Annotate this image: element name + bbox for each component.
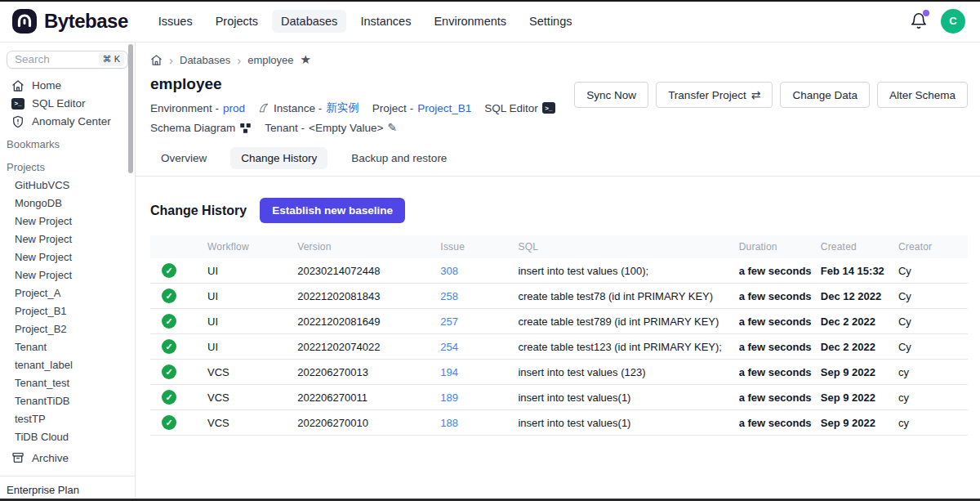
sidebar-project-item[interactable]: TiDB Cloud: [0, 428, 135, 446]
sidebar-project-item[interactable]: Project_B1: [0, 302, 135, 320]
schema-diagram-link[interactable]: Schema Diagram: [150, 122, 252, 134]
sidebar-project-item[interactable]: MongoDB: [0, 195, 135, 212]
issue-link[interactable]: 254: [440, 341, 458, 353]
sidebar-project-item[interactable]: New Project: [0, 266, 135, 284]
schema-diagram-icon: [239, 122, 252, 134]
sidebar-project-item[interactable]: Project_A: [0, 284, 135, 302]
change-history-section-header: Change History Establish new baseline: [136, 177, 980, 223]
table-row[interactable]: ✓ VCS 202206270010 188 insert into test …: [150, 410, 968, 436]
user-avatar[interactable]: C: [941, 9, 965, 34]
issue-link[interactable]: 189: [440, 391, 458, 404]
cell-version: 20221202081843: [297, 284, 440, 309]
sidebar-project-item[interactable]: tenant_label: [0, 356, 135, 374]
instance-link[interactable]: 新实例: [326, 101, 359, 115]
breadcrumb-separator: ›: [169, 54, 173, 66]
cell-duration: a few seconds: [739, 334, 821, 360]
tab[interactable]: Overview: [150, 147, 217, 169]
project-link[interactable]: Project_B1: [417, 102, 471, 114]
issue-link[interactable]: 308: [440, 265, 458, 277]
navbar-right: C: [910, 9, 965, 34]
nav-link[interactable]: Instances: [351, 10, 420, 33]
cell-created: Sep 9 2022: [821, 385, 898, 410]
col-issue: Issue: [440, 235, 518, 258]
meta-tenant: Tenant - <Empty Value> ✎: [265, 121, 397, 134]
action-button[interactable]: Transfer Project ⇄: [656, 82, 773, 108]
tab[interactable]: Backup and restore: [341, 147, 457, 169]
sidebar-scrollbar[interactable]: [128, 44, 133, 173]
sql-editor-link[interactable]: SQL Editor >_: [484, 102, 555, 114]
sidebar-project-item[interactable]: Project_B2: [0, 320, 135, 338]
nav-link[interactable]: Settings: [520, 10, 581, 33]
breadcrumb-databases[interactable]: Databases: [180, 54, 230, 66]
table-row[interactable]: ✓ UI 20221202081843 258 create table tes…: [150, 284, 968, 309]
table-row[interactable]: ✓ VCS 202206270011 189 insert into test …: [150, 385, 968, 410]
breadcrumb-home-icon[interactable]: [150, 54, 163, 66]
table-row[interactable]: ✓ UI 20221202081649 257 create table tes…: [150, 309, 968, 334]
page-title: employee: [150, 75, 574, 93]
sidebar-project-item[interactable]: New Project: [0, 230, 135, 248]
edit-pencil-icon[interactable]: ✎: [387, 121, 397, 134]
issue-link[interactable]: 258: [440, 290, 458, 302]
sidebar-project-item[interactable]: Tenant_test: [0, 374, 135, 392]
cell-created: Dec 2 2022: [821, 334, 898, 360]
tab[interactable]: Change History: [230, 147, 327, 169]
sidebar-project-item[interactable]: TenantTiDB: [0, 392, 135, 410]
action-button[interactable]: Alter Schema: [877, 82, 968, 108]
cell-created: Sep 9 2022: [821, 410, 898, 436]
sidebar-project-item[interactable]: New Project: [0, 248, 135, 266]
cell-creator: cy: [898, 360, 968, 385]
cell-created: Dec 12 2022: [821, 284, 898, 309]
issue-link[interactable]: 188: [440, 417, 458, 429]
nav-link[interactable]: Environments: [425, 10, 515, 33]
nav-link[interactable]: Projects: [207, 10, 267, 33]
bytebase-logo[interactable]: Bytebase: [11, 8, 128, 34]
header-actions: Sync Now Transfer Project ⇄ Change Data: [574, 75, 968, 108]
nav-link[interactable]: Issues: [149, 10, 202, 33]
sidebar-project-item[interactable]: Tenant: [0, 338, 135, 356]
archive-icon: [11, 451, 24, 464]
nav-link[interactable]: Databases: [272, 10, 346, 33]
bytebase-logo-icon: [11, 8, 38, 34]
notification-bell-button[interactable]: [910, 12, 928, 30]
cell-version: 202206270011: [297, 385, 440, 410]
action-button-label: Alter Schema: [889, 89, 956, 101]
sidebar-item-home[interactable]: Home: [0, 77, 135, 95]
environment-label: Environment -: [150, 102, 219, 114]
engine-icon: [258, 102, 270, 114]
success-check-icon: ✓: [162, 314, 176, 329]
sidebar-project-item[interactable]: testTP: [0, 410, 135, 428]
table-body: ✓ UI 20230214072448 308 insert into test…: [150, 258, 968, 436]
sidebar: Search ⌘ K Home >_ SQL Editor Anomaly Ce…: [0, 42, 136, 501]
col-workflow: Workflow: [207, 235, 297, 258]
search-input[interactable]: Search ⌘ K: [7, 51, 128, 69]
table-row[interactable]: ✓ UI 20221202074022 254 create table tes…: [150, 334, 968, 360]
bookmark-star-icon[interactable]: ★: [301, 52, 311, 67]
search-shortcut-badge: ⌘ K: [99, 52, 124, 66]
cell-version: 202206270010: [297, 410, 440, 436]
sidebar-project-item[interactable]: New Project: [0, 212, 135, 230]
sidebar-item-anomaly-center[interactable]: Anomaly Center: [0, 113, 135, 131]
environment-link[interactable]: prod: [223, 102, 245, 114]
cell-version: 20221202074022: [297, 334, 440, 360]
change-history-table: Workflow Version Issue SQL Duration Crea…: [150, 235, 968, 436]
action-button[interactable]: Sync Now: [574, 82, 648, 108]
cell-creator: cy: [898, 410, 968, 436]
cell-workflow: VCS: [207, 360, 297, 385]
cell-duration: a few seconds: [739, 385, 821, 410]
cell-workflow: VCS: [207, 385, 297, 410]
issue-link[interactable]: 194: [440, 366, 458, 378]
cell-status: ✓: [150, 309, 207, 334]
sidebar-item-sql-editor[interactable]: >_ SQL Editor: [0, 95, 135, 113]
establish-baseline-button[interactable]: Establish new baseline: [260, 198, 405, 223]
col-creator: Creator: [898, 235, 968, 258]
table-row[interactable]: ✓ VCS 202206270013 194 insert into test …: [150, 360, 968, 385]
breadcrumb-current: employee: [247, 54, 293, 66]
action-button[interactable]: Change Data: [780, 82, 870, 108]
database-tabs: Overview Change History Backup and resto…: [136, 134, 980, 177]
sidebar-project-item[interactable]: GitHubVCS: [0, 177, 135, 195]
issue-link[interactable]: 257: [440, 315, 458, 328]
cell-workflow: UI: [207, 309, 297, 334]
sidebar-item-archive[interactable]: Archive: [0, 446, 135, 469]
table-row[interactable]: ✓ UI 20230214072448 308 insert into test…: [150, 258, 968, 284]
action-button-label: Transfer Project: [668, 89, 746, 101]
